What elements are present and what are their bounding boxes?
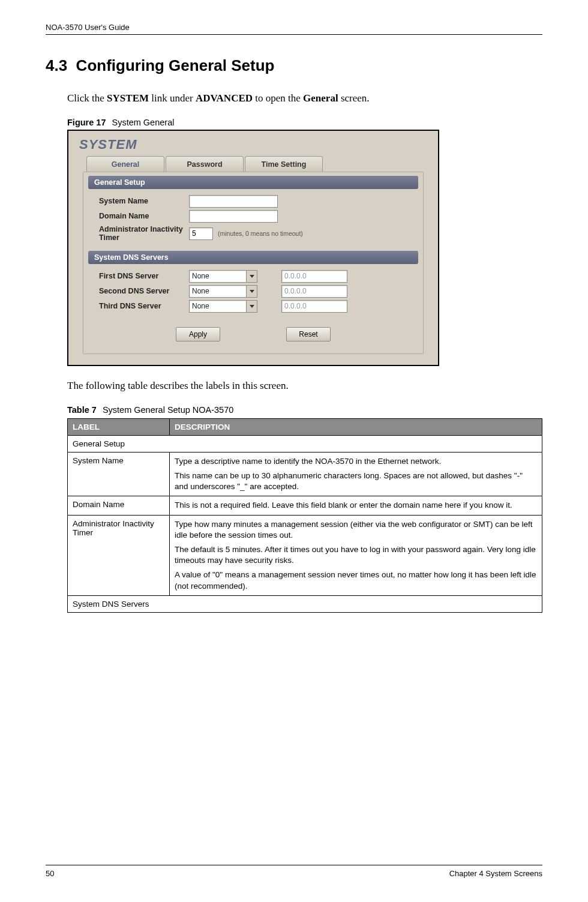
figure-label: Figure 17 xyxy=(67,118,106,127)
tab-time-setting[interactable]: Time Setting xyxy=(245,156,323,172)
cell-desc: Type a descriptive name to identify the … xyxy=(170,452,542,496)
second-dns-ip-input[interactable] xyxy=(281,285,347,298)
third-dns-select[interactable]: None xyxy=(189,300,257,313)
first-dns-value: None xyxy=(190,272,246,280)
chevron-down-icon xyxy=(246,301,257,312)
label-system-name: System Name xyxy=(99,197,189,205)
section-general-setup: General Setup xyxy=(88,176,418,189)
table-title: System General Setup NOA-3570 xyxy=(103,405,233,415)
label-third-dns: Third DNS Server xyxy=(99,302,189,310)
figure-caption: Figure 17System General xyxy=(67,118,542,127)
chevron-down-icon xyxy=(246,271,257,282)
first-dns-ip-input[interactable] xyxy=(281,270,347,283)
table-row: Administrator Inactivity Timer Type how … xyxy=(68,515,542,595)
figure-title: System General xyxy=(112,118,174,127)
second-dns-value: None xyxy=(190,287,246,295)
row-general-setup: General Setup xyxy=(68,435,542,452)
inactivity-timer-input[interactable] xyxy=(189,227,213,240)
desc-text: Type a descriptive name to identify the … xyxy=(175,456,537,467)
description-table: LABEL DESCRIPTION General Setup System N… xyxy=(67,418,542,613)
page-number: 50 xyxy=(46,869,54,878)
table-row: Domain Name This is not a required field… xyxy=(68,496,542,515)
intro-text: Click the xyxy=(67,92,107,104)
intro-text: screen. xyxy=(338,92,370,104)
cell-label: Domain Name xyxy=(68,496,170,515)
tab-general[interactable]: General xyxy=(86,156,164,172)
table-intro-paragraph: The following table describes the labels… xyxy=(67,379,542,393)
label-domain-name: Domain Name xyxy=(99,212,189,220)
label-second-dns: Second DNS Server xyxy=(99,287,189,295)
desc-text: A value of "0" means a management sessio… xyxy=(175,570,537,591)
system-link-text: SYSTEM xyxy=(107,92,149,104)
inactivity-hint: (minutes, 0 means no timeout) xyxy=(218,230,303,237)
intro-text: to open the xyxy=(253,92,303,104)
row-dns-servers: System DNS Servers xyxy=(68,595,542,612)
chapter-title: Chapter 4 System Screens xyxy=(449,869,542,878)
intro-text: link under xyxy=(149,92,196,104)
desc-text: Type how many minutes a management sessi… xyxy=(175,519,537,541)
third-dns-value: None xyxy=(190,302,246,310)
screenshot-heading: SYSTEM xyxy=(68,131,438,156)
reset-button[interactable]: Reset xyxy=(286,327,331,341)
first-dns-select[interactable]: None xyxy=(189,270,257,283)
tab-password[interactable]: Password xyxy=(166,156,244,172)
chevron-down-icon xyxy=(246,286,257,297)
cell-label: Administrator Inactivity Timer xyxy=(68,515,170,595)
system-name-input[interactable] xyxy=(189,195,278,208)
page-header: NOA-3570 User's Guide xyxy=(46,23,542,35)
second-dns-select[interactable]: None xyxy=(189,285,257,298)
screenshot-system-general: SYSTEM General Password Time Setting Gen… xyxy=(67,130,439,366)
section-title: Configuring General Setup xyxy=(76,56,275,74)
third-dns-ip-input[interactable] xyxy=(281,300,347,313)
cell-desc: This is not a required field. Leave this… xyxy=(170,496,542,515)
table-label: Table 7 xyxy=(67,405,97,415)
table-caption: Table 7System General Setup NOA-3570 xyxy=(67,405,542,415)
label-first-dns: First DNS Server xyxy=(99,272,189,280)
domain-name-input[interactable] xyxy=(189,210,278,223)
cell-desc: Type how many minutes a management sessi… xyxy=(170,515,542,595)
label-inactivity-timer: Administrator Inactivity Timer xyxy=(99,225,189,242)
intro-paragraph: Click the SYSTEM link under ADVANCED to … xyxy=(67,92,542,106)
section-heading: 4.3 Configuring General Setup xyxy=(46,56,542,75)
page-footer: 50 Chapter 4 System Screens xyxy=(46,865,542,878)
table-row: System Name Type a descriptive name to i… xyxy=(68,452,542,496)
tab-strip: General Password Time Setting xyxy=(86,156,424,172)
desc-text: The default is 5 minutes. After it times… xyxy=(175,544,537,566)
desc-text: This is not a required field. Leave this… xyxy=(175,500,537,511)
advanced-text: ADVANCED xyxy=(196,92,253,104)
apply-button[interactable]: Apply xyxy=(176,327,220,341)
cell-label: System Name xyxy=(68,452,170,496)
section-number: 4.3 xyxy=(46,56,67,74)
section-dns-servers: System DNS Servers xyxy=(88,251,418,264)
th-label: LABEL xyxy=(68,418,170,435)
desc-text: This name can be up to 30 alphanumeric c… xyxy=(175,471,537,492)
tab-content: General Setup System Name Domain Name Ad… xyxy=(83,172,424,354)
th-description: DESCRIPTION xyxy=(170,418,542,435)
general-text: General xyxy=(303,92,338,104)
